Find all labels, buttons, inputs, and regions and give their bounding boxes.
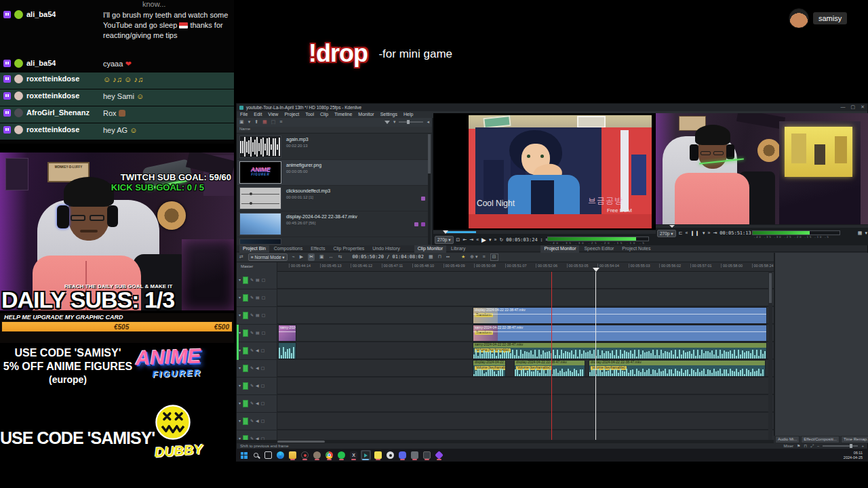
ripple-tool-icon[interactable]: ⇆ [338, 254, 342, 260]
timeline-clip-audio-small[interactable] [278, 342, 296, 359]
up-icon[interactable]: ⬆ [254, 119, 258, 125]
track-active-indicator[interactable] [243, 312, 248, 319]
track-a3[interactable]: ▾✎◀▢ [237, 378, 774, 394]
spacer-tool-icon[interactable]: ▣ [319, 254, 324, 260]
kdenlive-taskbar-icon[interactable] [361, 450, 371, 460]
minimize-icon[interactable]: — [841, 104, 846, 110]
pencil-icon[interactable]: ✎ [250, 401, 254, 406]
track-a6[interactable]: ▾✎◀▢ [237, 430, 774, 440]
speaker-icon[interactable]: ◀ [256, 348, 259, 353]
pencil-icon[interactable]: ✎ [250, 331, 254, 336]
speaker-icon[interactable]: ◀ [256, 401, 259, 406]
menu-view[interactable]: View [268, 112, 278, 117]
project-monitor-zone-bar[interactable] [656, 225, 868, 228]
menu-timeline[interactable]: Timeline [334, 112, 352, 117]
menu-project[interactable]: Project [284, 112, 299, 117]
zoom-out-icon[interactable]: ▪▪ [446, 254, 450, 260]
menu-icon[interactable]: ≡ [279, 119, 282, 125]
overlay-icon[interactable]: ▦ [858, 230, 863, 236]
zone-in-icon[interactable]: ⇤ [462, 237, 467, 243]
monitor-zoom-dropdown[interactable]: 270p ▾ [435, 236, 454, 243]
sticky-notes-icon[interactable] [373, 450, 383, 460]
menu-help[interactable]: Help [403, 112, 413, 117]
chevron-down-icon[interactable]: ▾ [248, 119, 251, 125]
chevron-down-icon[interactable]: ▾ [239, 384, 241, 388]
tab-effect-composition[interactable]: Effect/Compositi... [801, 436, 840, 443]
loop-icon[interactable]: ↻ [499, 237, 503, 243]
app-x-icon[interactable]: X [349, 450, 359, 460]
speaker-icon[interactable]: ◀ [256, 419, 259, 424]
track-header[interactable]: ▾✎◀▢ [237, 395, 277, 412]
timeline-timecode[interactable]: 00:05:50:20 / 01:04:08:02 [353, 254, 424, 260]
track-v3[interactable]: ▾✎▤▢ [237, 289, 774, 306]
track-header[interactable]: ▾✎▤▢ [237, 272, 277, 289]
bin-item-clicksoundeffect-mp3[interactable]: clicksoundeffect.mp3 00:00:01:12 [1] [237, 186, 429, 211]
chevron-down-icon[interactable]: ▾ [239, 331, 241, 336]
monitor-zoom-dropdown[interactable]: 270p ▾ [657, 230, 676, 237]
timeline-clip-audio-a2-1[interactable]: display-2024-04-22 22-38-47.mkv Volume (… [473, 360, 506, 377]
track-a5[interactable]: ▾✎◀▢ [237, 413, 774, 430]
file-explorer-icon[interactable] [288, 450, 298, 460]
spinner-icon[interactable]: ↕ [540, 237, 543, 243]
subtitle-toggle-icon[interactable]: ⊟ [490, 253, 498, 260]
project-monitor-timecode[interactable]: 00:05:51:13 [719, 230, 751, 236]
select-tool-icon[interactable]: ▶ [300, 254, 303, 260]
mixer-toggle-icon[interactable]: ≡ [483, 254, 486, 260]
menu-clip[interactable]: Clip [320, 112, 328, 117]
track-header[interactable]: ▾✎◀▢ [237, 430, 277, 440]
menu-edit[interactable]: Edit [254, 112, 262, 117]
thumbnails-icon[interactable]: ▦ [429, 254, 433, 260]
snap-icon[interactable]: ⊓ [804, 444, 807, 449]
pencil-icon[interactable]: ✎ [250, 366, 254, 371]
add-clip-icon[interactable]: ▣ [239, 119, 244, 125]
edge-icon[interactable] [275, 450, 285, 460]
edit-mode-dropdown[interactable]: ≡ Normal Mode ▾ [248, 253, 288, 261]
tag-icon[interactable]: ⬚ [271, 119, 276, 125]
settings-gear-icon[interactable] [385, 450, 395, 460]
fit-zoom-icon[interactable]: ⤢ [810, 444, 814, 449]
favorite-effects-icon[interactable]: ★ [461, 254, 465, 260]
track-header[interactable]: ▾✎▤▢ [237, 289, 277, 306]
track-tools-icon[interactable]: ⌁ [292, 254, 295, 260]
track-v4[interactable]: ▾✎▤▢ [237, 272, 774, 289]
gimp-icon[interactable] [312, 450, 322, 460]
effect-chip[interactable]: Transform [475, 313, 493, 317]
chevron-down-icon[interactable]: ▾ [865, 230, 867, 236]
video-track-icon[interactable]: ▤ [256, 331, 260, 336]
end-icon[interactable]: ⇥ [713, 230, 717, 236]
mixer-label[interactable]: Mixer [783, 444, 793, 449]
speaker-icon[interactable]: ◀ [256, 366, 259, 371]
video-track-icon[interactable]: ▤ [256, 278, 260, 283]
discord-icon[interactable] [397, 450, 408, 460]
titlebar[interactable]: youtube-Tour-La-In-April 13th */ HD 1080… [237, 104, 867, 111]
start-button[interactable] [239, 450, 249, 460]
delete-icon[interactable]: ▦ [262, 119, 267, 125]
lock-icon[interactable]: ▢ [261, 384, 265, 388]
track-active-indicator[interactable] [243, 418, 248, 425]
timeline-clip-audio-a1[interactable]: samy-2024-04-22 22-38-47.mkv Volume (key… [473, 342, 767, 359]
chevron-down-icon[interactable]: ▾ [239, 296, 241, 300]
track-header[interactable]: ▾✎◀▢ [237, 342, 277, 359]
spotify-icon[interactable] [336, 450, 347, 460]
video-track-icon[interactable]: ▤ [256, 296, 260, 300]
chevron-down-icon[interactable]: ▾ [239, 366, 241, 371]
menu-file[interactable]: File [240, 112, 248, 117]
lock-icon[interactable]: ▢ [262, 296, 266, 300]
zone-out-icon[interactable]: ⇥ [469, 237, 473, 243]
zone-icon[interactable]: ⊏ [679, 230, 683, 236]
razor-tool-icon[interactable]: ✂ [308, 253, 315, 260]
lock-icon[interactable]: ▢ [261, 401, 265, 406]
track-header[interactable]: ▾✎◀▢ [237, 413, 277, 430]
pencil-icon[interactable]: ✎ [250, 296, 254, 300]
task-view-icon[interactable] [263, 450, 273, 460]
clip-monitor-screen[interactable]: Cool Night 브금공방 Free BGM [433, 113, 656, 230]
track-active-indicator[interactable] [243, 365, 248, 372]
track-header[interactable]: ▾✎▤▢ [237, 325, 277, 342]
camera-app-icon[interactable] [410, 450, 420, 460]
track-header[interactable]: ▾✎◀▢ [237, 360, 277, 377]
chevron-down-icon[interactable]: ▾ [239, 348, 241, 353]
track-active-indicator[interactable] [243, 277, 248, 284]
effect-chip[interactable]: Transform [475, 331, 493, 335]
filter-icon[interactable] [384, 121, 390, 124]
chevron-down-icon[interactable]: ▾ [703, 230, 705, 236]
